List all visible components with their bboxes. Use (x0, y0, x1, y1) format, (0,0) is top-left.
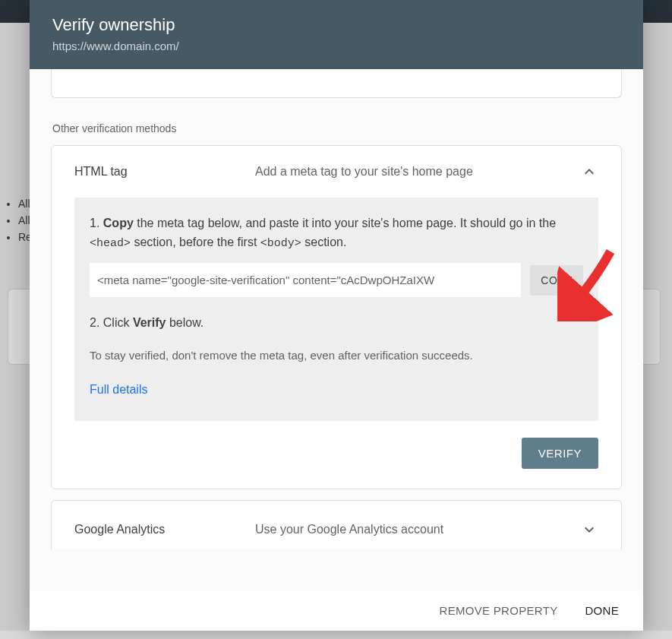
google-analytics-row[interactable]: Google Analytics Use your Google Analyti… (52, 501, 621, 549)
full-details-link[interactable]: Full details (90, 383, 147, 396)
step1-text-a: the meta tag below, and paste it into yo… (134, 217, 556, 229)
head-code: <head> (90, 237, 131, 250)
step2-prefix: 2. Click (90, 316, 133, 329)
html-tag-desc: Add a meta tag to your site's home page (255, 165, 580, 179)
verify-row: VERIFY (52, 438, 621, 489)
step1-text-c: section. (301, 236, 347, 248)
dialog-header: Verify ownership https://www.domain.com/ (30, 0, 643, 69)
remove-property-button[interactable]: REMOVE PROPERTY (440, 604, 558, 617)
other-methods-label: Other verification methods (52, 122, 622, 134)
dialog-footer: REMOVE PROPERTY DONE (30, 590, 643, 631)
html-tag-card: HTML tag Add a meta tag to your site's h… (51, 145, 622, 489)
step1-num: 1. (90, 217, 103, 229)
step1-text-b: section, before the first (131, 236, 260, 248)
chevron-up-icon (580, 163, 598, 181)
html-tag-title: HTML tag (74, 165, 255, 179)
verify-button[interactable]: VERIFY (522, 438, 598, 469)
step-1: 1. Copy the meta tag below, and paste it… (90, 214, 583, 252)
dialog-title: Verify ownership (52, 15, 620, 35)
dialog-body[interactable]: Other verification methods HTML tag Add … (30, 69, 643, 590)
analytics-title: Google Analytics (74, 523, 255, 536)
copy-button[interactable]: COPY (530, 265, 583, 296)
meta-tag-input[interactable] (90, 263, 521, 297)
verify-ownership-dialog: Verify ownership https://www.domain.com/… (30, 0, 643, 631)
step2-suffix: below. (166, 316, 204, 329)
body-code: <body> (260, 237, 301, 250)
stay-verified-note: To stay verified, don't remove the meta … (90, 346, 583, 364)
step2-bold: Verify (133, 316, 166, 329)
step-2: 2. Click Verify below. (90, 314, 583, 333)
step1-bold: Copy (103, 217, 134, 229)
analytics-desc: Use your Google Analytics account (255, 523, 580, 536)
done-button[interactable]: DONE (585, 604, 619, 617)
chevron-down-icon (580, 520, 598, 539)
html-tag-instructions: 1. Copy the meta tag below, and paste it… (74, 198, 598, 421)
google-analytics-card: Google Analytics Use your Google Analyti… (51, 500, 622, 549)
html-tag-header-row[interactable]: HTML tag Add a meta tag to your site's h… (52, 146, 621, 198)
dialog-subtitle: https://www.domain.com/ (52, 40, 620, 52)
html-file-card-peek (51, 69, 622, 98)
meta-tag-row: COPY (90, 263, 583, 297)
